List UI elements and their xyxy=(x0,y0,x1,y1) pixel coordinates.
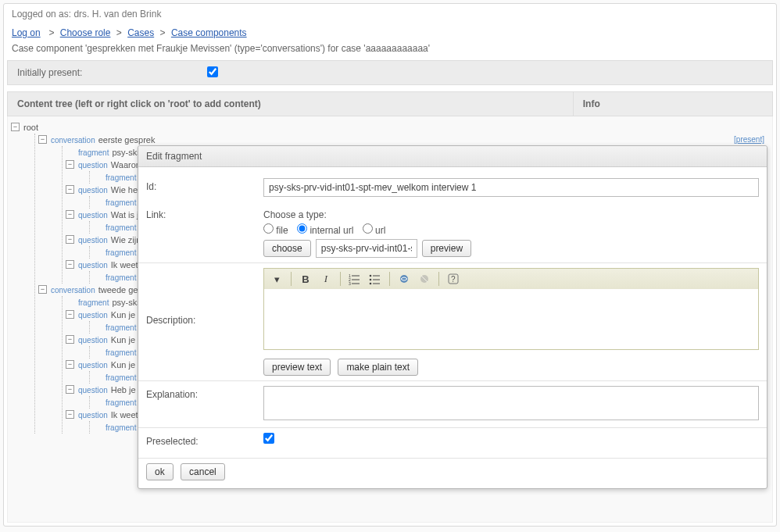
link-type-file-radio[interactable] xyxy=(263,223,274,234)
ordered-list-icon[interactable]: 123 xyxy=(347,271,363,287)
page-subtitle: Case component 'gesprekken met Fraukje M… xyxy=(4,41,776,60)
breadcrumb-choose-role[interactable]: Choose role xyxy=(60,27,111,38)
tree-item-type: conversation xyxy=(51,286,95,295)
collapse-icon[interactable]: − xyxy=(66,210,74,219)
breadcrumb-cases[interactable]: Cases xyxy=(127,27,154,38)
collapse-icon[interactable]: − xyxy=(66,335,74,344)
info-header: Info xyxy=(574,92,772,116)
ok-button[interactable]: ok xyxy=(146,463,174,480)
italic-icon[interactable]: I xyxy=(318,271,334,287)
link-type-url-label: url xyxy=(375,225,385,236)
tree-item-type: fragment xyxy=(106,273,136,282)
link-type-internal-radio[interactable] xyxy=(297,223,307,234)
tree-item-type: fragment xyxy=(106,348,136,357)
tree-item-title: eerste gesprek xyxy=(98,135,156,145)
cancel-button[interactable]: cancel xyxy=(181,463,225,480)
svg-point-10 xyxy=(370,283,372,285)
collapse-icon[interactable]: − xyxy=(66,310,74,319)
tree-item-type: question xyxy=(78,336,108,345)
description-textarea[interactable] xyxy=(263,289,759,350)
svg-text:3: 3 xyxy=(349,281,351,285)
collapse-icon[interactable]: − xyxy=(66,410,74,419)
collapse-icon[interactable]: − xyxy=(38,285,47,294)
link-label: Link: xyxy=(146,206,263,220)
unlink-icon[interactable] xyxy=(417,271,432,287)
collapse-icon[interactable]: − xyxy=(66,235,74,244)
choose-button[interactable]: choose xyxy=(263,240,311,257)
tree-item-type: fragment xyxy=(106,223,136,232)
breadcrumb-components[interactable]: Case components xyxy=(171,27,247,38)
tree-item-title: tweede ges xyxy=(98,285,142,295)
tree-item-type: question xyxy=(78,186,108,195)
rte-toolbar: ▾ B I 123 xyxy=(263,268,759,289)
tree-root[interactable]: root xyxy=(23,123,769,132)
svg-point-6 xyxy=(370,275,372,277)
explanation-textarea[interactable] xyxy=(263,386,759,420)
unordered-list-icon[interactable] xyxy=(367,271,383,287)
tree-item-type: fragment xyxy=(106,323,136,332)
dialog-title: Edit fragment xyxy=(138,146,767,167)
tree-item-type: fragment xyxy=(106,198,136,207)
collapse-icon[interactable]: − xyxy=(66,360,74,369)
tree-item-type: fragment xyxy=(78,298,109,307)
collapse-icon[interactable]: − xyxy=(66,185,74,194)
svg-text:?: ? xyxy=(451,275,456,284)
content-tree-header: Content tree (left or right click on 'ro… xyxy=(8,92,574,116)
tree-item-type: fragment xyxy=(106,398,136,407)
tree-item-type: question xyxy=(78,311,108,320)
rte-dropdown-icon[interactable]: ▾ xyxy=(269,271,284,287)
breadcrumb: Log on > Choose role > Cases > Case comp… xyxy=(4,24,776,41)
tree-item-type: fragment xyxy=(106,423,136,432)
description-label: Description: xyxy=(146,268,263,326)
preselected-checkbox[interactable] xyxy=(263,433,274,444)
svg-point-8 xyxy=(370,279,372,281)
status-present[interactable]: [present] xyxy=(734,135,764,144)
collapse-icon[interactable]: − xyxy=(11,123,20,131)
initially-present-checkbox[interactable] xyxy=(207,66,218,77)
tree-item-type: fragment xyxy=(106,173,136,182)
initially-present-label: Initially present: xyxy=(8,61,91,84)
link-icon[interactable] xyxy=(396,271,412,287)
tree-item-type: fragment xyxy=(106,373,136,382)
tree-item-type: question xyxy=(78,261,108,270)
explanation-label: Explanation: xyxy=(146,386,263,400)
tree-item-type: fragment xyxy=(106,248,136,257)
tree-item-type: question xyxy=(78,411,108,420)
id-input[interactable] xyxy=(263,178,759,197)
edit-fragment-dialog: Edit fragment Id: Link: Choose a type: f… xyxy=(138,145,767,489)
link-type-internal-label: internal url xyxy=(309,225,353,236)
tree-item-type: question xyxy=(78,386,108,395)
make-plain-text-button[interactable]: make plain text xyxy=(338,359,418,376)
logged-on-label: Logged on as: drs. H. van den Brink xyxy=(4,4,776,24)
preview-button[interactable]: preview xyxy=(422,240,471,257)
link-type-file-label: file xyxy=(276,225,288,236)
id-label: Id: xyxy=(146,178,263,192)
tree-item[interactable]: conversationeerste gesprek xyxy=(51,135,769,145)
choose-type-label: Choose a type: xyxy=(263,209,327,220)
preselected-label: Preselected: xyxy=(146,433,263,447)
tree-item-type: conversation xyxy=(51,136,95,145)
collapse-icon[interactable]: − xyxy=(66,260,74,269)
help-icon[interactable]: ? xyxy=(445,271,461,287)
link-value-input[interactable] xyxy=(316,239,417,258)
collapse-icon[interactable]: − xyxy=(66,385,74,394)
tree-item-type: question xyxy=(78,211,108,220)
tree-item-type: question xyxy=(78,161,108,170)
preview-text-button[interactable]: preview text xyxy=(263,359,331,376)
breadcrumb-logon[interactable]: Log on xyxy=(12,27,41,38)
tree-item-type: question xyxy=(78,236,108,245)
tree-item-type: question xyxy=(78,361,108,370)
collapse-icon[interactable]: − xyxy=(66,160,74,169)
bold-icon[interactable]: B xyxy=(298,271,313,287)
collapse-icon[interactable]: − xyxy=(38,135,47,144)
tree-item-type: fragment xyxy=(78,148,109,157)
link-type-url-radio[interactable] xyxy=(363,223,373,234)
